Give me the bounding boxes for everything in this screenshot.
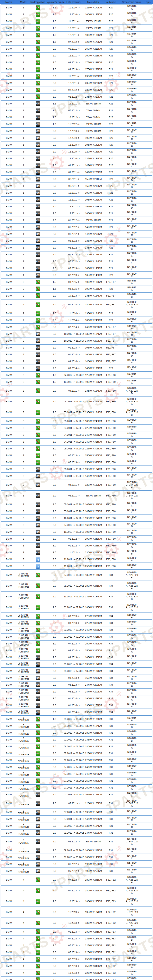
cell-model: 3 — [17, 411, 30, 414]
cell-capacity: 2.0 — [46, 879, 63, 881]
cell-fuel: PB — [30, 311, 46, 316]
cell-capacity: 2.0 — [46, 226, 63, 229]
cell-capacity: 2.0 — [46, 304, 63, 306]
fuel-on-icon: ON — [36, 550, 40, 555]
cell-fuel: PB — [30, 765, 46, 770]
cell-body: F30, F80 — [101, 434, 120, 436]
cell-model: 1 — [17, 89, 30, 91]
fuel-pb-icon: PB — [36, 88, 40, 92]
cell-engine: N47 D20 C — [120, 816, 144, 822]
table-row: BMW 3 PB 3.0 04.2011 -> 07.2015 225kW / … — [1, 425, 152, 431]
cell-engine: N55 B30 A — [120, 74, 144, 79]
cell-model: 3 — [17, 484, 30, 486]
cell-fuel: ON — [30, 101, 46, 106]
cell-power: 147kW / 200KM — [85, 171, 101, 173]
cell-years: 05.2011 -> 07.2016 — [63, 420, 85, 423]
cell-body: F30, F80 — [101, 524, 120, 527]
cell-fuel: PB — [30, 605, 46, 610]
cell-model: 3 TOURING — [17, 717, 30, 722]
cell-engine: N47 D20 C — [120, 338, 144, 344]
cell-model: 3 TOURING — [17, 848, 30, 853]
cell-marka: BMW — [1, 116, 17, 119]
cell-fuel: ON — [30, 689, 46, 694]
fuel-on-icon: ON — [36, 191, 40, 195]
fuel-hy-icon: Hy — [36, 564, 40, 569]
cell-body: F30, F80 — [101, 390, 120, 392]
cell-fuel: ON — [30, 211, 46, 216]
fuel-on-icon: ON — [36, 655, 40, 660]
cell-fuel: ON — [30, 523, 46, 527]
cell-years: 10.2012 -> 08.2016 — [63, 381, 85, 383]
cell-years: 12.2010 -> — [63, 137, 85, 139]
cell-model: 3 TOURING — [17, 816, 30, 822]
fuel-pb-icon: PB — [36, 410, 40, 415]
cell-power: 135kW / 184KM — [85, 922, 101, 924]
fuel-on-icon: ON — [36, 509, 40, 514]
table-row: BMW 3 TOURING ON 2.0 09.2012 -> 02.2016 … — [1, 847, 152, 854]
cell-marka: BMW — [1, 958, 17, 961]
cell-marka: BMW — [1, 629, 17, 631]
cell-marka: BMW — [1, 684, 17, 686]
cell-years: 08.2012 -> 02.2015 — [63, 585, 85, 587]
cell-years: 07.2012 -> 07.2013 — [63, 766, 85, 768]
table-row: BMW 3 GRAN TURISMO ON 3.0 01.2014 -> 230… — [1, 709, 152, 716]
cell-marka: BMW — [1, 802, 17, 805]
cell-engine: N55 B30 A — [120, 964, 144, 969]
fuel-pb-icon: PB — [36, 280, 40, 285]
fuel-pb-icon: PB — [36, 19, 40, 24]
cell-marka: BMW — [1, 825, 17, 827]
cell-years: 01.2013 -> 05.2015 — [63, 856, 85, 859]
fuel-on-icon: ON — [36, 339, 40, 343]
cell-fuel: PB — [30, 19, 46, 24]
fuel-on-icon: ON — [36, 101, 40, 106]
cell-years: 01.2012 -> — [63, 226, 85, 229]
cell-body: F22, F87 — [101, 353, 120, 356]
fuel-pb-icon: PB — [36, 318, 40, 323]
cell-power: 135kW / 184KM — [85, 294, 101, 297]
cell-body: F31 — [101, 718, 120, 721]
cell-engine: N55 B30 A — [120, 758, 144, 763]
cell-body: F21 — [101, 205, 120, 208]
cell-fuel: ON — [30, 163, 46, 168]
cell-power: 105kW / 143KM — [85, 199, 101, 201]
cell-model: 3 — [17, 468, 30, 471]
cell-years: 01.2012 -> — [63, 538, 85, 540]
cell-engine: N47 D20 C — [120, 689, 144, 694]
cell-body: F20 — [101, 130, 120, 132]
cell-power: 135kW / 184KM — [85, 333, 101, 336]
cell-model: 3 TOURING — [17, 778, 30, 783]
cell-model: 3 — [17, 495, 30, 497]
table-row: BMW 1 ON 2.0 12.2011 -> 100kW / 136KM F2… — [1, 189, 152, 196]
cell-marka: BMW — [1, 95, 17, 98]
cell-marka: BMW — [1, 656, 17, 659]
cell-fuel: PB — [30, 40, 46, 44]
cell-marka: BMW — [1, 759, 17, 762]
cell-power: 250kW / 340KM — [85, 643, 101, 645]
cell-power: 147kW / 200KM — [85, 832, 101, 834]
cell-engine: N47 D20 C, B47 D20 A — [120, 800, 144, 807]
table-row: BMW 3 TOURING ON 3.0 06.2012 -> 190kW / … — [1, 868, 152, 874]
cell-fuel: ON — [30, 682, 46, 687]
cell-power: 250kW / 340KM — [85, 978, 101, 980]
cell-engine: N47 D20 C — [120, 252, 144, 257]
cell-model: 3 TOURING — [17, 785, 30, 790]
table-row: BMW 1 ON 2.0 01.2012 -> 147kW / 200KM F2… — [1, 224, 152, 231]
table-row: BMW 3 PB 1.6 10.2012 -> 08.2016 100kW / … — [1, 379, 152, 385]
table-row: BMW 1 ON 2.0 01.2011 -> 147kW / 200KM F2… — [1, 169, 152, 176]
cell-engine: N47 D16 A — [120, 101, 144, 106]
table-row: BMW 3 GRAN TURISMO ON 2.0 03.2013 -> 105… — [1, 654, 152, 661]
cell-capacity: 2.0 — [46, 889, 63, 892]
cell-model: 3 — [17, 538, 30, 540]
cell-fuel: ON — [30, 550, 46, 555]
cell-body: F30, F80 — [101, 427, 120, 430]
fuel-pb-icon: PB — [36, 302, 40, 307]
cell-marka: BMW — [1, 649, 17, 652]
cell-body: F31 — [101, 725, 120, 727]
table-row: BMW 1 ON 2.0 02.2012 -> 135kW / 184KM F2… — [1, 237, 152, 244]
fuel-on-icon: ON — [36, 869, 40, 873]
cell-power: 225kW / 306KM — [85, 752, 101, 755]
cell-fuel: ON — [30, 536, 46, 541]
cell-power: 175kW / 238KM — [85, 68, 101, 71]
cell-engine: N57 D30 A — [120, 696, 144, 701]
cell-years: 02.2012 -> — [63, 247, 85, 249]
